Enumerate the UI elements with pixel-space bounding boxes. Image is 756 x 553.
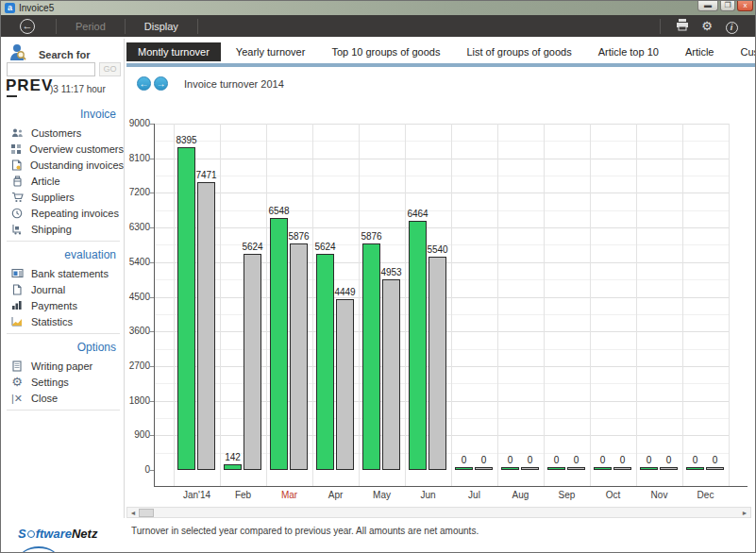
customers-icon xyxy=(10,127,24,139)
tab-article-top-10[interactable]: Article top 10 xyxy=(587,42,670,61)
y-axis-line xyxy=(154,124,155,486)
bar-current-oct[interactable] xyxy=(594,467,612,470)
go-button[interactable]: GO xyxy=(99,62,121,76)
app-icon: a xyxy=(5,3,15,13)
bar-value-label: 4449 xyxy=(327,287,364,297)
bar-previous-jan14[interactable] xyxy=(197,182,215,470)
sidebar-item-article[interactable]: Article xyxy=(1,173,124,189)
settings-gear-icon[interactable]: ⚙ xyxy=(695,19,719,33)
bar-value-label: 5624 xyxy=(234,242,272,252)
y-axis-label: 2700 xyxy=(127,360,150,371)
bar-current-may[interactable] xyxy=(362,243,380,470)
scroll-left-icon[interactable]: ◄ xyxy=(128,509,138,517)
bar-previous-sep[interactable] xyxy=(567,467,585,470)
bar-current-jul[interactable] xyxy=(455,467,473,470)
prev-period-button[interactable]: ← xyxy=(137,76,151,91)
bar-previous-jul[interactable] xyxy=(475,467,493,470)
sidebar-item-settings[interactable]: ⚙Settings xyxy=(1,374,124,390)
sidebar-item-payments[interactable]: Payments xyxy=(1,297,124,313)
bar-previous-feb[interactable] xyxy=(244,254,261,470)
horizontal-scrollbar[interactable]: ◄ ► xyxy=(126,507,751,518)
sidebar-item-bank-statements[interactable]: Bank statements xyxy=(1,265,124,281)
scrollbar-thumb[interactable] xyxy=(139,509,154,517)
sidebar-item-label: Payments xyxy=(31,300,77,311)
logo-globe-icon xyxy=(27,530,35,538)
tab-bar: Montly turnoverYearly turnoverTop 10 gro… xyxy=(126,42,756,61)
bar-previous-dec[interactable] xyxy=(706,467,724,470)
bar-previous-mar[interactable] xyxy=(290,243,308,470)
search-label: Search for xyxy=(39,49,90,60)
display-button[interactable]: Display xyxy=(135,21,188,32)
tab-top-10-groups-of-goods[interactable]: Top 10 groups of goods xyxy=(320,42,451,61)
back-button[interactable]: ← xyxy=(20,19,35,34)
bar-previous-nov[interactable] xyxy=(660,467,678,470)
gridline-vertical xyxy=(636,124,637,486)
footer-note: Turnover in selected year compared to pr… xyxy=(131,526,479,536)
bar-value-label: 5876 xyxy=(353,231,391,242)
sidebar-section-title-invoice: Invoice xyxy=(1,105,124,125)
gridline-minor xyxy=(154,210,729,211)
gridline-major xyxy=(154,227,729,228)
tab-yearly-turnover[interactable]: Yearly turnover xyxy=(225,42,317,61)
bar-previous-apr[interactable] xyxy=(336,299,354,470)
gridline-vertical xyxy=(590,124,591,486)
close-icon: |✕ xyxy=(10,393,24,404)
next-period-button[interactable]: → xyxy=(154,76,168,91)
bar-current-jan14[interactable] xyxy=(177,147,195,470)
sidebar-item-suppliers[interactable]: Suppliers xyxy=(1,189,124,205)
close-button[interactable]: x xyxy=(737,1,753,11)
sidebar-section-title-options: Options xyxy=(1,338,124,358)
minimize-button[interactable]: ▬ xyxy=(697,1,718,11)
outstanding-icon xyxy=(10,159,23,171)
print-icon[interactable] xyxy=(670,19,695,34)
bar-current-feb[interactable] xyxy=(224,464,242,470)
sidebar-item-repeating-invoices[interactable]: Repeating invoices xyxy=(1,205,124,221)
sidebar-item-close[interactable]: |✕Close xyxy=(1,390,124,406)
chart-title: Invoice turnover 2014 xyxy=(184,78,284,90)
sidebar-item-oustanding-invoices[interactable]: Oustanding invoices xyxy=(1,157,124,173)
gridline-major xyxy=(154,159,729,159)
y-axis-label: 1800 xyxy=(127,395,150,406)
bar-current-jun[interactable] xyxy=(409,221,427,470)
sidebar-item-shipping[interactable]: Shipping xyxy=(1,221,124,237)
bar-previous-aug[interactable] xyxy=(521,467,539,470)
prev-watermark: PREV xyxy=(6,76,53,95)
window-title: Invoice5 xyxy=(19,3,54,13)
bar-current-aug[interactable] xyxy=(501,467,519,470)
toolbar-separator xyxy=(125,19,126,34)
sidebar-item-label: Repeating invoices xyxy=(31,208,119,219)
tab-article[interactable]: Article xyxy=(674,42,726,61)
tab-montly-turnover[interactable]: Montly turnover xyxy=(126,42,221,61)
gridline-vertical xyxy=(544,124,545,486)
bar-previous-may[interactable] xyxy=(382,279,400,470)
sidebar-datetime: )3 11:17 hour xyxy=(50,84,106,94)
search-input[interactable] xyxy=(7,62,95,76)
sidebar-divider xyxy=(124,39,125,518)
gridline-vertical xyxy=(497,124,498,486)
bar-current-dec[interactable] xyxy=(686,467,704,470)
tab-underline xyxy=(126,63,756,67)
sidebar-item-customers[interactable]: Customers xyxy=(1,125,124,141)
period-button: Period xyxy=(66,21,115,32)
x-axis-label-nov: Nov xyxy=(636,490,682,500)
gridline-vertical xyxy=(451,124,452,486)
sidebar-item-label: Writing paper xyxy=(31,360,92,372)
sidebar-item-label: Shipping xyxy=(31,224,72,235)
x-axis-label-dec: Dec xyxy=(682,490,729,500)
bar-current-mar[interactable] xyxy=(270,218,288,470)
tab-list-of-groups-of-goods[interactable]: List of groups of goods xyxy=(455,42,582,61)
maximize-button[interactable]: ❐ xyxy=(720,1,735,11)
info-icon[interactable]: i xyxy=(719,19,744,34)
bar-current-sep[interactable] xyxy=(547,467,565,470)
bar-previous-jun[interactable] xyxy=(428,257,446,470)
scroll-right-icon[interactable]: ► xyxy=(740,509,749,517)
sidebar-item-writing-paper[interactable]: Writing paper xyxy=(1,358,124,374)
x-axis-label-jul: Jul xyxy=(451,490,497,500)
bar-current-nov[interactable] xyxy=(640,467,658,470)
sidebar-item-journal[interactable]: Journal xyxy=(1,281,124,297)
sidebar-item-statistics[interactable]: Statistics xyxy=(1,313,124,329)
sidebar-item-overview-customers[interactable]: Overview customers xyxy=(1,141,124,157)
tab-customers[interactable]: Customers xyxy=(729,42,756,61)
bar-previous-oct[interactable] xyxy=(613,467,631,470)
x-axis-line xyxy=(154,486,748,487)
